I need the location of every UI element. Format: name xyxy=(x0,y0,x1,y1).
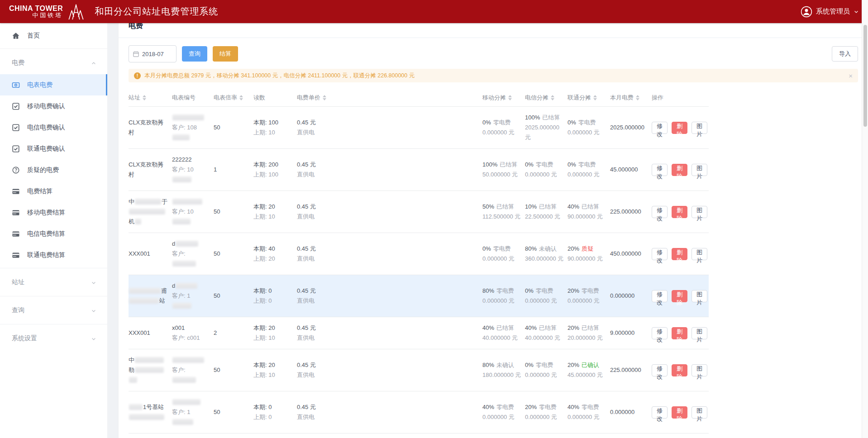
table-row: 1号基站客户: 150本期: 0上期: 00.45 元直供电40%零电费0.00… xyxy=(129,391,709,433)
edit-button[interactable]: 修改 xyxy=(652,206,668,218)
share-amount: 90.000000 元 xyxy=(568,254,606,264)
share-status: 已结算 xyxy=(582,324,599,331)
delete-button[interactable]: 删除 xyxy=(672,248,687,260)
edit-button[interactable]: 修改 xyxy=(652,406,668,419)
sidebar-item-7[interactable]: 质疑的电费 xyxy=(0,159,107,181)
column-header-label: 电表编号 xyxy=(172,94,196,102)
cell-line: 本期: 20 xyxy=(253,202,293,212)
sort-caret-icon xyxy=(323,95,326,100)
main-content: 电费 2018-07 查询 结算 导入 ! 本月分摊电费总额 2979 元，移动… xyxy=(108,0,868,438)
cell-line: 上期: 20 xyxy=(253,254,293,264)
column-header-2[interactable]: 电表倍率 xyxy=(214,94,253,102)
sidebar-item-5[interactable]: 电信电费确认 xyxy=(0,117,107,138)
column-header-4[interactable]: 电费单价 xyxy=(297,94,482,102)
column-header-6[interactable]: 电信分摊 xyxy=(525,94,568,102)
settle-button[interactable]: 结算 xyxy=(213,46,238,62)
ratio-cell: 1 xyxy=(214,165,253,175)
ratio-cell: 50 xyxy=(214,407,253,417)
edit-button[interactable]: 修改 xyxy=(652,290,668,302)
chevron-down-icon xyxy=(91,308,96,313)
image-button[interactable]: 图片 xyxy=(692,248,707,260)
image-button[interactable]: 图片 xyxy=(692,406,707,419)
column-header-label: 操作 xyxy=(652,94,663,102)
sidebar-section-13[interactable]: 站址 xyxy=(0,271,107,294)
scrollbar-thumb[interactable] xyxy=(863,25,867,127)
search-button[interactable]: 查询 xyxy=(182,46,207,62)
image-button[interactable]: 图片 xyxy=(692,206,707,218)
image-button[interactable]: 图片 xyxy=(692,364,707,376)
table-row: 新疆d客户: 150本期: 0上期: 00.45 元直供电20%零电费0.000… xyxy=(129,433,709,438)
column-header-label: 电信分摊 xyxy=(525,94,548,102)
edit-button[interactable]: 修改 xyxy=(652,248,668,260)
ops-cell: 修改删除图片 xyxy=(652,364,709,376)
column-header-7[interactable]: 联通分摊 xyxy=(568,94,610,102)
share-line: 0%零电费 xyxy=(482,244,521,254)
sidebar-item-9[interactable]: 移动电费结算 xyxy=(0,202,107,223)
image-button[interactable]: 图片 xyxy=(692,122,707,134)
import-button[interactable]: 导入 xyxy=(832,46,858,62)
cell-text: 直供电 xyxy=(297,334,315,341)
cell-text: x001 xyxy=(172,324,185,331)
edit-button[interactable]: 修改 xyxy=(652,164,668,176)
sidebar-section-2[interactable]: 电费 xyxy=(0,51,107,74)
share-line: 80%零电费 xyxy=(482,286,521,296)
sidebar-item-label: 电信电费结算 xyxy=(27,230,65,238)
user-menu[interactable]: 系统管理员 xyxy=(801,6,859,18)
sidebar-section-15[interactable]: 查询 xyxy=(0,299,107,322)
sidebar-item-3[interactable]: 电表电费 xyxy=(0,74,107,95)
image-button[interactable]: 图片 xyxy=(692,164,707,176)
sidebar-section-17[interactable]: 系统设置 xyxy=(0,327,107,350)
cell-line: 站 xyxy=(129,296,168,306)
alert-text: 本月分摊电费总额 2979 元，移动分摊 341.100000 元，电信分摊 2… xyxy=(144,72,415,80)
cell-line: 上期: 10 xyxy=(253,370,293,380)
alert-close-icon[interactable]: × xyxy=(849,72,853,79)
vertical-scrollbar[interactable] xyxy=(862,0,868,438)
delete-button[interactable]: 删除 xyxy=(672,164,687,176)
column-header-5[interactable]: 移动分摊 xyxy=(482,94,525,102)
share-status: 零电费 xyxy=(536,362,553,368)
image-button[interactable]: 图片 xyxy=(692,327,707,339)
sidebar-item-0[interactable]: 首页 xyxy=(0,25,107,46)
delete-button[interactable]: 删除 xyxy=(672,406,687,419)
share-amount: 112.500000 元 xyxy=(482,212,521,222)
share-line: 0%零电费 xyxy=(525,360,564,370)
sidebar-item-4[interactable]: 移动电费确认 xyxy=(0,95,107,117)
delete-button[interactable]: 删除 xyxy=(672,206,687,218)
sidebar-item-10[interactable]: 电信电费结算 xyxy=(0,223,107,244)
cell-text: 本期: 20 xyxy=(253,324,275,331)
warning-alert: ! 本月分摊电费总额 2979 元，移动分摊 341.100000 元，电信分摊… xyxy=(129,69,858,82)
month-picker-value: 2018-07 xyxy=(142,51,164,57)
sidebar-item-8[interactable]: 电费结算 xyxy=(0,181,107,202)
share-amount: 0.000000 元 xyxy=(482,296,521,306)
cell-text: 0.45 元 xyxy=(297,245,316,252)
cell-line: 直供电 xyxy=(297,170,479,180)
share-percent: 80% xyxy=(482,287,494,294)
column-header-0[interactable]: 站址 xyxy=(129,94,172,102)
share-percent: 0% xyxy=(525,362,534,368)
image-button[interactable]: 图片 xyxy=(692,290,707,302)
month-picker-input[interactable]: 2018-07 xyxy=(129,45,176,62)
check-square-icon xyxy=(12,124,20,132)
column-header-8[interactable]: 本月电费 xyxy=(610,94,652,102)
cell-line: 本期: 40 xyxy=(253,244,293,254)
edit-button[interactable]: 修改 xyxy=(652,364,668,376)
cell-text: 上期: 10 xyxy=(253,129,275,136)
sidebar-item-6[interactable]: 联通电费确认 xyxy=(0,138,107,159)
share-percent: 80% xyxy=(482,362,494,368)
check-square-icon xyxy=(12,102,20,110)
share-line: 40%零电费 xyxy=(482,402,521,412)
cell-line: XXX001 xyxy=(129,249,168,259)
edit-button[interactable]: 修改 xyxy=(652,327,668,339)
cell-text: d xyxy=(172,282,175,289)
toolbar: 2018-07 查询 结算 导入 xyxy=(129,45,858,62)
reading-cell: 本期: 20上期: 10 xyxy=(253,323,297,343)
delete-button[interactable]: 删除 xyxy=(672,327,687,339)
delete-button[interactable]: 删除 xyxy=(672,364,687,376)
delete-button[interactable]: 删除 xyxy=(672,122,687,134)
delete-button[interactable]: 删除 xyxy=(672,290,687,302)
edit-button[interactable]: 修改 xyxy=(652,122,668,134)
mobile-share-cell: 80%未确认180.000000 元 xyxy=(482,360,525,380)
check-square-icon xyxy=(12,145,20,153)
sidebar-item-11[interactable]: 联通电费结算 xyxy=(0,244,107,266)
cell-line xyxy=(172,113,210,123)
